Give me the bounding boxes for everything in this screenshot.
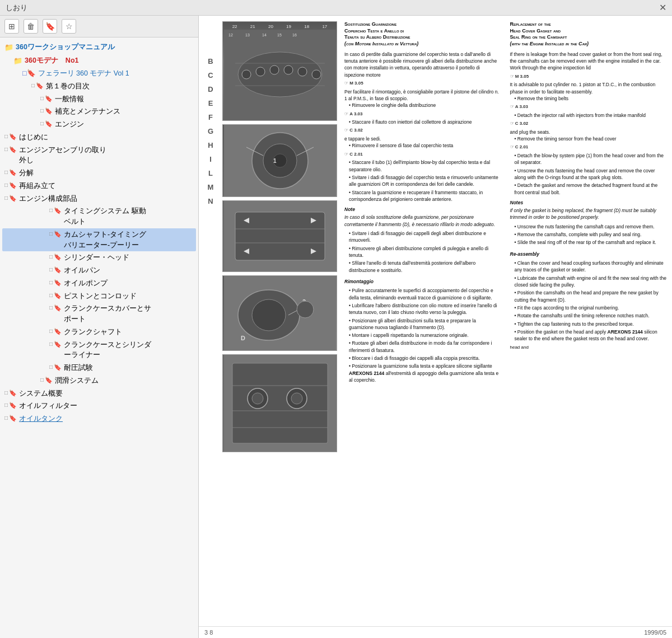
en-b1: • Remove the timing belts	[515, 95, 667, 102]
en-ref3: ☞ C 3.02	[510, 120, 667, 127]
img-num-18: 18	[304, 24, 309, 29]
bookmark-icon-intro: 🔖	[9, 132, 17, 142]
image-3	[222, 200, 337, 272]
tree-label-disassemble: 分解	[19, 168, 194, 179]
expand-icon-pressure: □	[49, 363, 53, 371]
text-col-english: Replacement of the Head Cover Gasket and…	[510, 21, 667, 621]
svg-text:15: 15	[277, 33, 282, 37]
bookmark-icon-general: 🔖	[45, 94, 53, 104]
tree-item-vol1toc[interactable]: □ 🔖 第１巻の目次	[2, 80, 196, 93]
tree-item-parts[interactable]: □ 🔖 エンジン構成部品	[2, 193, 196, 205]
tree-item-oilpump[interactable]: □ 🔖 オイルポンプ	[2, 277, 196, 290]
expand-icon-timing: □	[49, 206, 53, 214]
tree-item-pressuretest[interactable]: □ 🔖 耐圧試験	[2, 362, 196, 374]
expand-icon-general: □	[40, 94, 44, 102]
side-letter-i: I	[204, 153, 217, 166]
content-area: B C D E F G H I L M N	[199, 16, 672, 638]
tree-item-ferrari360[interactable]: □🔖 フェラーリ 360 モデナ Vol 1	[2, 67, 196, 80]
tree-item-cylinder[interactable]: □ 🔖 シリンダー・ヘッド	[2, 251, 196, 264]
en-rb1: • Clean the cover and head coupling surf…	[515, 260, 667, 274]
page-date: 1999/05	[644, 629, 666, 636]
it-ref2: ☞ A 3.03	[344, 111, 501, 118]
tree-item-assembly[interactable]: □ 🔖 エンジンアセンブリの取り外し	[2, 144, 196, 167]
en-p1: If there is leakage from the head cover …	[510, 51, 667, 72]
tree-label-ferrari360: フェラーリ 360 モデナ Vol 1	[38, 68, 194, 79]
en-ref2: ☞ A 3.03	[510, 104, 667, 110]
bookmark-icon-maint: 🔖	[45, 106, 53, 116]
tree-label-360modena: 360モデナ No1	[25, 55, 194, 66]
it-rb2: • Lubrificare l'albero distribuzione con…	[349, 302, 501, 316]
tree-item-oilfilter[interactable]: □ 🔖 オイルフィルター	[2, 400, 196, 412]
tree-item-oiltank[interactable]: □ 🔖 オイルタンク	[2, 412, 196, 425]
tree-item-crankcylinder[interactable]: □ 🔖 クランクケースとシリンダーライナー	[2, 339, 196, 362]
expand-icon-reas: □	[4, 181, 8, 189]
expand-icon-lub: □	[40, 376, 44, 384]
sidebar-tree[interactable]: 📁 360ワークショップマニュアル 📁 360モデナ No1 □🔖 フェラーリ …	[0, 37, 198, 638]
expand-icon-crankcyl: □	[49, 340, 53, 348]
tree-item-lubrication[interactable]: □ 🔖 潤滑システム	[2, 374, 196, 387]
tree-item-oilpan[interactable]: □ 🔖 オイルパン	[2, 264, 196, 277]
delete-button[interactable]: 🗑	[24, 19, 38, 34]
tree-item-maintenance[interactable]: □ 🔖 補充とメンテナンス	[2, 105, 196, 118]
tree-item-360modena[interactable]: 📁 360モデナ No1	[2, 54, 196, 68]
tree-label-root: 360ワークショップマニュアル	[16, 42, 194, 53]
tree-item-crankcase[interactable]: □ 🔖 クランクケースカバーとサポート	[2, 302, 196, 326]
tree-item-sysoverview[interactable]: □ 🔖 システム概要	[2, 387, 196, 400]
it-rb1: • Pulire accuratamente le superfici di a…	[349, 287, 501, 301]
tree-item-camshaft[interactable]: □ 🔖 カムシャフト-タイミングバリエーター-プーリー	[2, 228, 196, 252]
tree-item-intro[interactable]: □ 🔖 はじめに	[2, 131, 196, 144]
en-rb2: • Lubricate the camshaft with engine oil…	[515, 275, 667, 289]
bookmark-icon-timing: 🔖	[54, 206, 62, 215]
it-b7: • Svitare i dadi di fissaggio dei cappel…	[349, 230, 501, 244]
tree-label-parts: エンジン構成部品	[19, 194, 194, 204]
svg-text:16: 16	[292, 33, 297, 37]
bookmark-icon-sysov: 🔖	[9, 388, 17, 398]
tree-item-pistons[interactable]: □ 🔖 ピストンとコンロッド	[2, 290, 196, 303]
document: 22 21 20 19 18 17	[222, 21, 666, 621]
svg-point-35	[297, 301, 314, 318]
it-p1: In caso di perdite dalla guarnizione del…	[344, 51, 501, 78]
tree-item-crankshaft[interactable]: □ 🔖 クランクシャフト	[2, 326, 196, 339]
grid-button[interactable]: ⊞	[4, 19, 19, 34]
text-columns: Sostituzione Guarnizione Coperchio Testa…	[344, 21, 666, 621]
bookmark-icon-cyl: 🔖	[54, 252, 62, 262]
img-num-21: 21	[250, 24, 255, 29]
image-1: 22 21 20 19 18 17	[222, 21, 337, 121]
tree-label-intro: はじめに	[19, 132, 194, 143]
tree-item-disassemble[interactable]: □ 🔖 分解	[2, 167, 196, 180]
en-b8: • Remove the camshafts, complete with pu…	[515, 231, 667, 238]
close-button[interactable]: ✕	[659, 2, 666, 13]
side-letter-m: M	[204, 181, 217, 194]
image-2: 1	[222, 124, 337, 197]
en-b6: • Detach the gasket and remove the detac…	[515, 182, 667, 196]
tree-item-engine[interactable]: □ 🔖 エンジン	[2, 118, 196, 131]
italian-title: Sostituzione Guarnizione Coperchio Testa…	[344, 21, 501, 48]
star-button[interactable]: ☆	[62, 19, 76, 34]
side-letter-n: N	[204, 195, 217, 208]
tree-label-reassemble: 再組み立て	[19, 181, 194, 191]
tree-item-general[interactable]: □ 🔖 一般情報	[2, 93, 196, 106]
title-label: しおり	[6, 3, 27, 13]
side-letter-d: D	[204, 83, 217, 96]
tree-item-timing[interactable]: □ 🔖 タイミングシステム 駆動ベルト	[2, 205, 196, 228]
side-letter-g: G	[204, 125, 217, 138]
it-note-body: In caso di sola sostituzione della guarn…	[344, 214, 501, 228]
tree-item-root[interactable]: 📁 360ワークショップマニュアル	[2, 41, 196, 54]
tree-label-timing: タイミングシステム 駆動ベルト	[64, 206, 194, 227]
folder-icon-modena: 📁	[13, 55, 22, 67]
bookmark-button[interactable]: 🔖	[43, 19, 57, 34]
en-b2: • Detach the injector rail with injector…	[515, 112, 667, 119]
it-b3: • Rimuovere il sensore di fase dal coper…	[349, 142, 501, 149]
bookmark-icon-lub: 🔖	[45, 376, 53, 385]
tree-item-reassemble[interactable]: □ 🔖 再組み立て	[2, 180, 196, 193]
expand-icon-oilpan: □	[49, 265, 53, 274]
image-5	[222, 354, 337, 452]
page-number: 3 8	[204, 629, 213, 636]
image-1-wrapper: 22 21 20 19 18 17	[222, 21, 340, 121]
image-4: D 2	[222, 275, 337, 351]
bookmark-icon-oilpump: 🔖	[54, 278, 62, 288]
svg-point-6	[270, 65, 279, 74]
svg-text:12: 12	[228, 33, 233, 37]
en-b5: • Unscrew the nuts fastening the head co…	[515, 167, 667, 181]
side-letter-f: F	[204, 111, 217, 124]
